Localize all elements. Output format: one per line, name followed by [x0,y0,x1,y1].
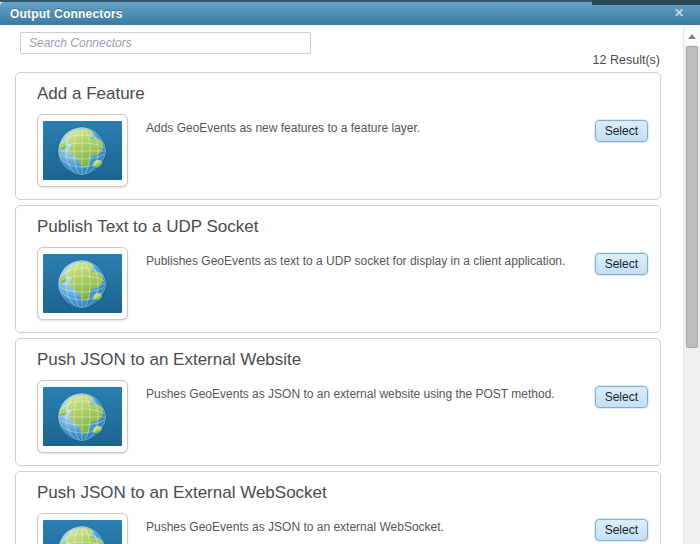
results-count: 12 Result(s) [593,53,660,67]
select-button[interactable]: Select [595,386,648,408]
vertical-scrollbar[interactable] [683,27,700,544]
connector-title: Publish Text to a UDP Socket [37,217,649,237]
connector-title: Add a Feature [37,84,649,104]
connector-thumbnail [37,513,128,544]
connector-description: Pushes GeoEvents as JSON to an external … [128,380,595,402]
connector-card: Push JSON to an External Website [15,338,661,466]
globe-icon [43,520,122,544]
select-button[interactable]: Select [595,519,648,541]
dialog-titlebar: Output Connectors ✕ [0,2,700,25]
connector-card: Publish Text to a UDP Socket [15,205,661,333]
connector-thumbnail [37,380,128,453]
globe-icon [43,254,122,313]
connector-thumbnail [37,114,128,187]
connector-row: Publishes GeoEvents as text to a UDP soc… [37,247,649,320]
connector-row: Pushes GeoEvents as JSON to an external … [37,380,649,453]
connector-row: Pushes GeoEvents as JSON to an external … [37,513,649,544]
globe-icon [43,121,122,180]
globe-icon [43,387,122,446]
search-input[interactable] [20,32,311,54]
connector-list: Add a Feature [15,72,661,544]
background-page-sliver [592,0,700,5]
connector-description: Publishes GeoEvents as text to a UDP soc… [128,247,595,269]
dialog-body: 12 Result(s) Add a Feature [0,25,700,544]
connector-description: Pushes GeoEvents as JSON to an external … [128,513,595,535]
connector-row: Adds GeoEvents as new features to a feat… [37,114,649,187]
scroll-up-button[interactable] [684,27,700,45]
chevron-up-icon [688,34,696,39]
connector-description: Adds GeoEvents as new features to a feat… [128,114,595,136]
connector-card: Push JSON to an External WebSocket [15,471,661,544]
connector-title: Push JSON to an External Website [37,350,649,370]
close-icon[interactable]: ✕ [674,6,684,20]
scrollbar-thumb[interactable] [686,46,698,348]
connector-thumbnail [37,247,128,320]
connector-title: Push JSON to an External WebSocket [37,483,649,503]
connector-card: Add a Feature [15,72,661,200]
dialog-title: Output Connectors [0,7,123,21]
select-button[interactable]: Select [595,253,648,275]
select-button[interactable]: Select [595,120,648,142]
